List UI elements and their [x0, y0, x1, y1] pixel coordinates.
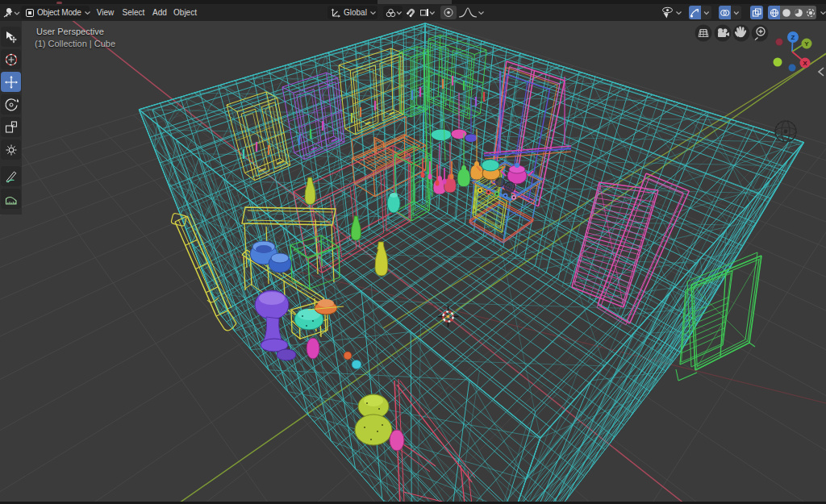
svg-text:Z: Z — [791, 34, 795, 41]
svg-text:Y: Y — [804, 40, 809, 48]
svg-text:X: X — [803, 60, 807, 67]
